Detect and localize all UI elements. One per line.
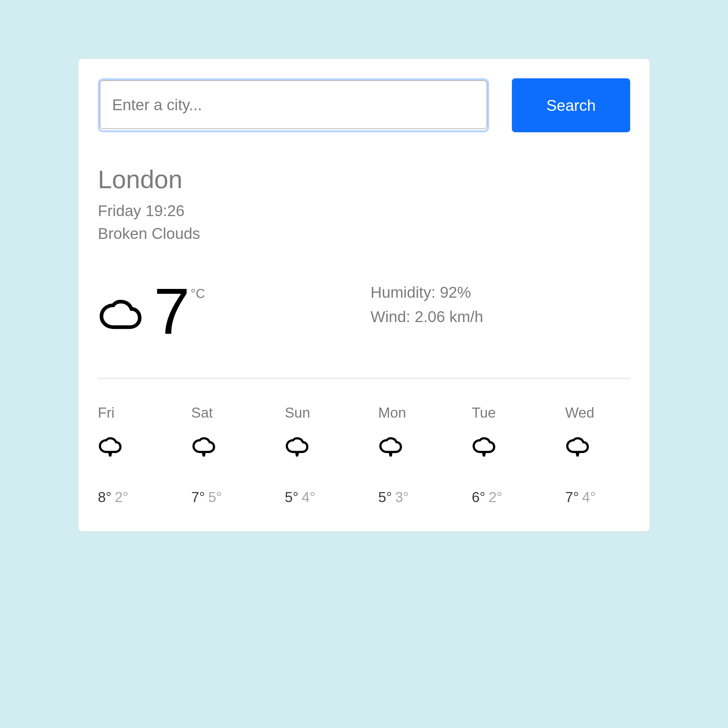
forecast-lo: 2° (115, 489, 128, 505)
forecast-lo: 5° (208, 489, 222, 505)
cloud-icon (378, 434, 443, 463)
search-button[interactable]: Search (512, 78, 630, 132)
forecast-day-label: Sat (191, 405, 257, 421)
forecast-hi: 5° (285, 489, 298, 505)
cloud-icon (285, 434, 350, 463)
forecast-day: Mon 5°3° (378, 405, 443, 505)
forecast-temps: 6°2° (471, 489, 537, 505)
forecast-hi: 7° (565, 489, 579, 505)
cloud-icon (191, 434, 257, 463)
current-header: London Friday 19:26 Broken Clouds (98, 165, 630, 245)
forecast-day-label: Tue (471, 405, 537, 421)
forecast-day: Sun 5°4° (285, 405, 350, 505)
wind-label: Wind: 2.06 km/h (370, 305, 630, 329)
forecast-day-label: Fri (98, 405, 163, 421)
forecast-day: Wed 7°4° (565, 405, 630, 505)
city-name: London (98, 165, 630, 194)
current-datetime: Friday 19:26 (98, 200, 630, 222)
forecast-hi: 5° (378, 489, 392, 505)
current-condition: Broken Clouds (98, 222, 630, 245)
search-row: Search (98, 78, 630, 132)
forecast-lo: 3° (395, 489, 409, 505)
forecast-day: Tue 6°2° (471, 405, 537, 505)
forecast-day: Fri 8°2° (98, 405, 163, 505)
forecast-hi: 6° (471, 489, 485, 505)
temperature-unit: °C (190, 286, 205, 301)
weather-card: Search London Friday 19:26 Broken Clouds… (78, 58, 650, 532)
forecast-lo: 4° (301, 489, 315, 505)
temperature-value: 7 (154, 280, 188, 342)
cloud-icon (98, 434, 163, 463)
forecast-temps: 5°3° (378, 489, 443, 505)
current-left: 7 °C (98, 280, 358, 342)
forecast-temps: 8°2° (98, 489, 163, 505)
cloud-icon (565, 434, 630, 463)
cloud-icon (471, 434, 537, 463)
temperature-wrap: 7 °C (154, 280, 205, 342)
forecast-day-label: Sun (285, 405, 350, 421)
forecast-day: Sat 7°5° (191, 405, 257, 505)
city-search-input[interactable] (100, 80, 487, 129)
forecast-hi: 8° (98, 489, 112, 505)
forecast-row: Fri 8°2° Sat 7°5° Sun 5°4° (98, 405, 630, 505)
forecast-lo: 4° (582, 489, 596, 505)
current-right: Humidity: 92% Wind: 2.06 km/h (358, 280, 630, 342)
forecast-temps: 7°4° (565, 489, 630, 505)
forecast-lo: 2° (488, 489, 502, 505)
humidity-label: Humidity: 92% (370, 280, 630, 304)
search-wrap (98, 78, 489, 132)
forecast-temps: 5°4° (285, 489, 350, 505)
forecast-day-label: Mon (378, 405, 443, 421)
forecast-temps: 7°5° (191, 489, 257, 505)
cloud-icon (98, 280, 143, 339)
forecast-day-label: Wed (565, 405, 630, 421)
forecast-hi: 7° (191, 489, 205, 505)
divider (98, 378, 630, 379)
current-row: 7 °C Humidity: 92% Wind: 2.06 km/h (98, 280, 630, 342)
